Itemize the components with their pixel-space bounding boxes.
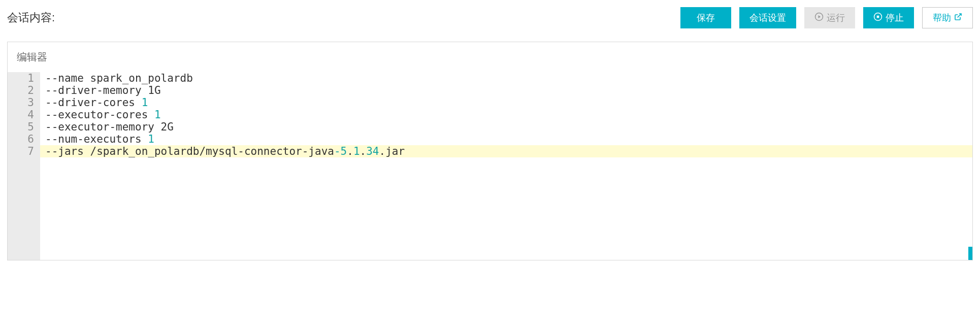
code-area[interactable]: --name spark_on_polardb--driver-memory 1… [40, 72, 972, 260]
token-number: 1 [148, 133, 154, 145]
editor-container: 编辑器 1234567 --name spark_on_polardb--dri… [7, 42, 973, 260]
header-row: 会话内容: 保存 会话设置 运行 停止 帮助 [7, 7, 973, 28]
svg-rect-2 [877, 15, 879, 18]
code-line[interactable]: --jars /spark_on_polardb/mysql-connector… [40, 145, 972, 157]
session-settings-button[interactable]: 会话设置 [739, 7, 796, 28]
line-number-gutter: 1234567 [8, 72, 40, 260]
page-title: 会话内容: [7, 10, 55, 25]
token-text: --driver-memory 1G [45, 84, 161, 96]
token-text: --num-executors [45, 133, 148, 145]
svg-line-3 [958, 14, 961, 17]
save-button[interactable]: 保存 [680, 7, 731, 28]
stop-button[interactable]: 停止 [863, 7, 914, 28]
token-text: . [347, 145, 353, 157]
help-button[interactable]: 帮助 [922, 7, 973, 28]
run-button-label: 运行 [827, 12, 845, 24]
stop-icon [873, 12, 883, 24]
external-link-icon [954, 13, 962, 23]
session-settings-button-label: 会话设置 [749, 12, 786, 24]
token-text: .jar [379, 145, 405, 157]
token-text: --executor-cores [45, 109, 154, 121]
token-text: --name spark_on_polardb [45, 72, 193, 84]
token-number: -5 [334, 145, 347, 157]
run-button: 运行 [804, 7, 855, 28]
code-line[interactable]: --name spark_on_polardb [40, 72, 972, 84]
line-number: 4 [8, 109, 34, 121]
code-line[interactable]: --driver-cores 1 [40, 96, 972, 109]
line-number: 1 [8, 72, 34, 84]
token-text: . [360, 145, 367, 157]
line-number: 3 [8, 96, 34, 109]
stop-button-label: 停止 [886, 12, 904, 24]
scrollbar-thumb[interactable] [968, 247, 972, 260]
button-group: 保存 会话设置 运行 停止 帮助 [680, 7, 973, 28]
line-number: 2 [8, 84, 34, 96]
help-button-label: 帮助 [933, 12, 951, 24]
line-number: 7 [8, 145, 34, 157]
token-text: --jars /spark_on_polardb/mysql-connector… [45, 145, 334, 157]
code-line[interactable]: --driver-memory 1G [40, 84, 972, 96]
token-number: 1 [154, 109, 161, 121]
code-line[interactable]: --executor-cores 1 [40, 109, 972, 121]
code-line[interactable]: --executor-memory 2G [40, 121, 972, 133]
token-text: --driver-cores [45, 96, 142, 109]
line-number: 6 [8, 133, 34, 145]
save-button-label: 保存 [697, 12, 715, 24]
token-number: 34 [366, 145, 379, 157]
play-icon [814, 12, 824, 24]
token-number: 1 [353, 145, 360, 157]
line-number: 5 [8, 121, 34, 133]
token-text: --executor-memory 2G [45, 121, 174, 133]
code-line[interactable]: --num-executors 1 [40, 133, 972, 145]
token-number: 1 [142, 96, 148, 109]
editor-label: 编辑器 [8, 42, 972, 72]
editor-body[interactable]: 1234567 --name spark_on_polardb--driver-… [8, 72, 972, 260]
